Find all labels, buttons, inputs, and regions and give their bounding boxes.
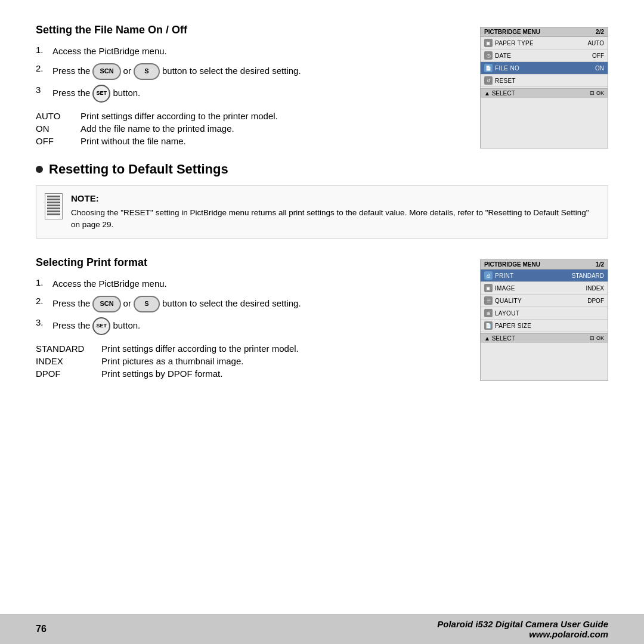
reset-heading: Resetting to Default Settings [36,162,608,177]
b-step-3: 3. Press the SET button. [36,317,462,335]
top-menu-footer: ▲ SELECT ⊡ OK [481,88,608,98]
top-text: Setting the File Name On / Off 1. Access… [36,24,480,148]
page-number: 76 [36,624,47,634]
quality-icon: ☰ [484,296,493,305]
note-text: Choosing the "RESET" setting in PictBrid… [71,207,599,231]
bottom-heading: Selecting Print format [36,256,462,269]
top-menu-screenshot: PICTBRIDGE MENU 2/2 ▣ PAPER TYPE AUTO ◷ … [480,27,608,148]
step-2: 2. Press the SCN or S button to select t… [36,63,462,80]
b-menu-row-image: ▣ IMAGE INDEX [481,282,608,295]
set-button-icon-bottom: SET [92,317,110,335]
layout-icon: ⊞ [484,309,493,317]
b-menu-row-layout: ⊞ LAYOUT [481,307,608,320]
def-dpof: DPOF Print settings by DPOF format. [36,369,462,379]
set-button-icon-top: SET [92,85,110,103]
b-step-1: 1. Access the PictBridge menu. [36,277,462,291]
brand-url: www.polaroid.com [437,629,608,639]
file-no-icon: 📄 [484,64,493,72]
note-content: NOTE: Choosing the "RESET" setting in Pi… [71,193,599,231]
scn-button-icon: SCN [92,63,120,80]
image-icon: ▣ [484,284,493,292]
reset-icon: ↺ [484,76,493,85]
menu-row-reset: ↺ RESET [481,75,608,87]
top-section: Setting the File Name On / Off 1. Access… [36,24,608,148]
bottom-step-list: 1. Access the PictBridge menu. 2. Press … [36,277,462,335]
date-icon: ◷ [484,51,493,60]
s-button-icon-bottom: S [134,296,160,312]
def-standard: STANDARD Print settings differ according… [36,343,462,354]
note-box: NOTE: Choosing the "RESET" setting in Pi… [36,185,608,239]
bottom-text: Selecting Print format 1. Access the Pic… [36,256,480,381]
bottom-menu-header: PICTBRIDGE MENU 1/2 [481,260,608,270]
b-menu-row-quality: ☰ QUALITY DPOF [481,295,608,307]
reset-section: Resetting to Default Settings NOTE: Choo… [36,162,608,239]
bullet-icon [36,166,43,173]
top-menu-header: PICTBRIDGE MENU 2/2 [481,27,608,37]
bottom-section: Selecting Print format 1. Access the Pic… [36,256,608,381]
brand-name: Polaroid i532 Digital Camera User Guide [437,619,608,629]
note-title: NOTE: [71,193,599,203]
top-step-list: 1. Access the PictBridge menu. 2. Press … [36,45,462,103]
footer-brand: Polaroid i532 Digital Camera User Guide … [437,619,608,639]
b-menu-row-paper-size: 📄 PAPER SIZE [481,320,608,332]
def-index: INDEX Print pictures as a thumbnail imag… [36,356,462,366]
step-1: 1. Access the PictBridge menu. [36,45,462,58]
scn-button-icon-bottom: SCN [92,296,120,312]
note-icon [45,193,63,219]
print-icon: 🖨 [484,271,493,280]
def-off: OFF Print without the file name. [36,136,462,146]
b-step-2: 2. Press the SCN or S button to select t… [36,296,462,312]
menu-row-date: ◷ DATE OFF [481,49,608,62]
bottom-menu-screenshot: PICTBRIDGE MENU 1/2 🖨 PRINT STANDARD ▣ I… [480,259,608,381]
top-heading: Setting the File Name On / Off [36,24,462,36]
paper-size-icon: 📄 [484,321,493,330]
def-on: ON Add the file name to the printed imag… [36,123,462,134]
step-3: 3 Press the SET button. [36,85,462,103]
menu-row-paper-type: ▣ PAPER TYPE AUTO [481,37,608,49]
page-footer: 76 Polaroid i532 Digital Camera User Gui… [0,614,644,644]
paper-type-icon: ▣ [484,39,493,47]
menu-row-file-no: 📄 FILE NO ON [481,62,608,75]
bottom-menu-footer: ▲ SELECT ⊡ OK [481,333,608,343]
s-button-icon: S [134,63,160,80]
top-definitions: AUTO Print settings differ according to … [36,111,462,146]
bottom-definitions: STANDARD Print settings differ according… [36,343,462,379]
def-auto: AUTO Print settings differ according to … [36,111,462,121]
page: Setting the File Name On / Off 1. Access… [0,0,644,644]
b-menu-row-print: 🖨 PRINT STANDARD [481,270,608,282]
